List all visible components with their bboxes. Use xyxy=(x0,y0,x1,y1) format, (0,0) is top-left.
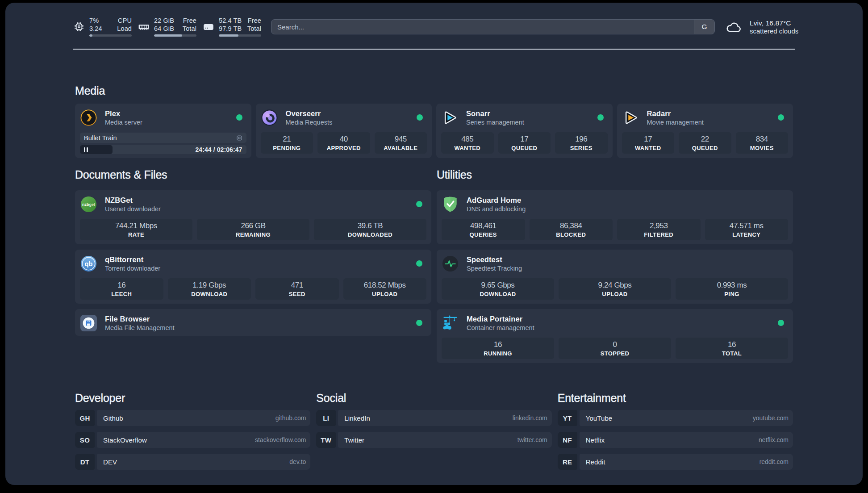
stat-value: 471 xyxy=(291,280,303,290)
bookmark-youtube[interactable]: YT YouTubeyoutube.com xyxy=(558,410,793,426)
plex-icon xyxy=(80,109,97,126)
service-name: NZBGet xyxy=(105,196,416,205)
service-card-speedtest[interactable]: Speedtest Speedtest Tracking 9.65 Gbps D… xyxy=(437,250,793,304)
stat-label: STOPPED xyxy=(601,350,630,357)
bookmark-twitter[interactable]: TW Twittertwitter.com xyxy=(316,432,551,448)
resource-disk: 52.4 TB Free 97.9 TB Total xyxy=(202,17,261,37)
cpu-icon xyxy=(73,21,85,33)
svg-text:qb: qb xyxy=(85,260,93,267)
stat-download: 9.65 Gbps DOWNLOAD xyxy=(442,278,554,300)
bookmark-netflix[interactable]: NF Netflixnetflix.com xyxy=(558,432,793,448)
stat-available: 945 AVAILABLE xyxy=(375,132,427,154)
service-description: Container management xyxy=(467,324,778,332)
stat-value: 266 GB xyxy=(241,221,265,230)
stat-approved: 40 APPROVED xyxy=(317,132,370,154)
service-card-adguard[interactable]: AdGuard Home DNS and adblocking 498,461 … xyxy=(437,190,793,244)
disk-icon xyxy=(202,21,214,33)
top-bar: 7% CPU 3.24 Load xyxy=(75,16,793,38)
stat-label: LEECH xyxy=(111,291,132,297)
stat-value: 744.21 Mbps xyxy=(115,221,157,230)
speedtest-icon xyxy=(442,255,459,272)
service-name: AdGuard Home xyxy=(467,196,788,205)
bookmark-abbr: SO xyxy=(75,432,95,448)
stat-value: 21 xyxy=(283,134,291,144)
service-card-nzbget[interactable]: nzbget NZBGet Usenet downloader 744.21 M… xyxy=(75,190,431,244)
stat-rate: 744.21 Mbps RATE xyxy=(80,219,192,240)
weather-location-temp: Lviv, 16.87°C xyxy=(750,19,798,27)
bookmark-url: linkedin.com xyxy=(513,414,547,422)
memory-icon xyxy=(138,21,150,33)
service-name: qBittorrent xyxy=(105,255,416,264)
overseerr-icon xyxy=(261,109,278,126)
bookmark-stackoverflow[interactable]: SO StackOverflowstackoverflow.com xyxy=(75,432,310,448)
dashboard-window: 7% CPU 3.24 Load xyxy=(5,3,863,485)
service-card-plex[interactable]: Plex Media server Bullet Train xyxy=(75,104,251,158)
status-dot-online xyxy=(778,114,784,121)
stat-queries: 498,461 QUERIES xyxy=(442,219,525,240)
service-card-radarr[interactable]: Radarr Movie management 17 WANTED 22 QUE… xyxy=(617,104,793,158)
status-dot-online xyxy=(416,320,422,326)
stat-value: 39.6 TB xyxy=(358,221,383,230)
cpu-usage-label: CPU xyxy=(118,17,132,25)
weather-widget[interactable]: Lviv, 16.87°C scattered clouds xyxy=(726,19,798,35)
section-title-media: Media xyxy=(75,84,793,98)
disk-free-value: 52.4 TB xyxy=(219,17,242,25)
cpu-progressbar xyxy=(89,34,132,37)
service-card-filebrowser[interactable]: File Browser Media File Management xyxy=(75,309,431,336)
cpu-load-value: 3.24 xyxy=(89,25,102,33)
cpu-usage-value: 7% xyxy=(89,17,99,25)
service-card-overseerr[interactable]: Overseerr Media Requests 21 PENDING 40 A… xyxy=(256,104,432,158)
memory-total-value: 64 GiB xyxy=(154,25,174,33)
stat-wanted: 17 WANTED xyxy=(622,132,675,154)
stat-label: DOWNLOAD xyxy=(480,291,516,297)
bookmark-github[interactable]: GH Githubgithub.com xyxy=(75,410,310,426)
search-input[interactable] xyxy=(271,20,694,34)
topbar-divider xyxy=(73,49,795,50)
search-provider-button[interactable]: G xyxy=(694,20,714,34)
stat-value: 9.65 Gbps xyxy=(481,280,515,290)
stat-label: SEED xyxy=(289,291,305,297)
bookmark-url: youtube.com xyxy=(753,414,789,422)
stat-label: LATENCY xyxy=(732,231,760,238)
stat-label: UPLOAD xyxy=(372,291,397,297)
stat-series: 196 SERIES xyxy=(555,132,608,154)
stat-downloaded: 39.6 TB DOWNLOADED xyxy=(314,219,426,240)
playback-progress-row[interactable]: 24:44 / 02:06:47 xyxy=(80,145,246,154)
stat-label: WANTED xyxy=(635,145,661,151)
now-playing-row: Bullet Train xyxy=(80,133,246,143)
bookmark-name: Github xyxy=(103,414,275,422)
memory-free-label: Free xyxy=(183,17,196,25)
stat-filtered: 2,953 FILTERED xyxy=(617,219,701,240)
service-name: File Browser xyxy=(105,314,416,323)
bookmark-reddit[interactable]: RE Redditreddit.com xyxy=(558,454,793,470)
service-description: Usenet downloader xyxy=(105,205,416,213)
bookmark-url: twitter.com xyxy=(517,436,547,443)
service-card-sonarr[interactable]: Sonarr Series management 485 WANTED 17 Q… xyxy=(436,104,613,158)
bookmark-abbr: GH xyxy=(75,410,95,426)
sonarr-icon xyxy=(441,109,459,126)
memory-total-label: Total xyxy=(183,25,196,33)
bookmark-abbr: TW xyxy=(316,432,336,448)
service-description: DNS and adblocking xyxy=(467,205,788,213)
service-description: Torrent downloader xyxy=(105,264,416,272)
status-dot-online xyxy=(597,114,604,121)
stat-value: 9.24 Gbps xyxy=(598,280,632,290)
stat-total: 16 TOTAL xyxy=(676,338,788,359)
bookmark-abbr: DT xyxy=(75,454,95,470)
bookmark-url: dev.to xyxy=(289,458,306,465)
service-card-portainer[interactable]: Media Portainer Container management 16 … xyxy=(437,309,793,363)
stat-value: 17 xyxy=(644,134,652,144)
bookmark-linkedin[interactable]: LI LinkedInlinkedin.com xyxy=(316,410,551,426)
stat-queued: 17 QUEUED xyxy=(498,132,551,154)
bookmark-dev[interactable]: DT DEVdev.to xyxy=(75,454,310,470)
service-stats: 16 RUNNING 0 STOPPED 16 TOTAL xyxy=(442,338,788,359)
stat-queued: 22 QUEUED xyxy=(679,132,731,154)
service-card-qbittorrent[interactable]: qb qBittorrent Torrent downloader 16 LEE… xyxy=(75,250,431,304)
bookmark-name: Twitter xyxy=(344,436,517,444)
stat-label: BLOCKED xyxy=(556,231,586,238)
status-dot-online xyxy=(778,320,784,326)
bookmark-abbr: NF xyxy=(558,432,577,448)
pause-icon xyxy=(84,147,88,152)
stat-label: WANTED xyxy=(454,145,480,151)
adguard-icon xyxy=(442,196,459,213)
